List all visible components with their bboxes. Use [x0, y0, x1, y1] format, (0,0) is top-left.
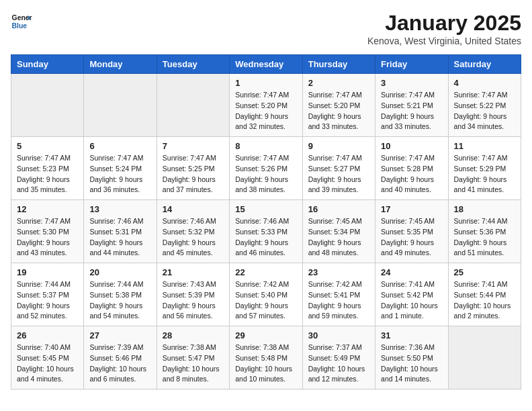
sunrise-text: Sunrise: 7:47 AM — [163, 154, 216, 162]
day-info: Sunrise: 7:46 AMSunset: 5:33 PMDaylight:… — [235, 216, 296, 259]
sunrise-text: Sunrise: 7:41 AM — [454, 280, 508, 288]
sunrise-text: Sunrise: 7:40 AM — [17, 343, 71, 351]
day-info: Sunrise: 7:46 AMSunset: 5:32 PMDaylight:… — [163, 216, 224, 259]
weekday-header-row: SundayMondayTuesdayWednesdayThursdayFrid… — [11, 55, 521, 74]
sunrise-text: Sunrise: 7:38 AM — [235, 343, 289, 351]
title-area: January 2025 Kenova, West Virginia, Unit… — [367, 11, 521, 46]
sunset-text: Sunset: 5:23 PM — [17, 165, 69, 173]
sunrise-text: Sunrise: 7:41 AM — [381, 280, 435, 288]
week-row: 1Sunrise: 7:47 AMSunset: 5:20 PMDaylight… — [11, 74, 521, 137]
day-number: 8 — [235, 141, 296, 151]
daylight-text: Daylight: 10 hours and 4 minutes. — [17, 365, 74, 383]
sunset-text: Sunset: 5:28 PM — [381, 165, 433, 173]
sunrise-text: Sunrise: 7:43 AM — [163, 280, 216, 288]
day-number: 31 — [381, 330, 442, 340]
weekday-header-saturday: Saturday — [448, 55, 521, 74]
sunset-text: Sunset: 5:45 PM — [17, 354, 69, 362]
day-number: 1 — [235, 78, 296, 88]
sunset-text: Sunset: 5:20 PM — [235, 101, 287, 109]
sunset-text: Sunset: 5:44 PM — [454, 291, 506, 299]
sunrise-text: Sunrise: 7:42 AM — [308, 280, 362, 288]
day-number: 3 — [381, 78, 442, 88]
day-info: Sunrise: 7:38 AMSunset: 5:47 PMDaylight:… — [163, 342, 224, 385]
calendar-cell: 24Sunrise: 7:41 AMSunset: 5:42 PMDayligh… — [375, 263, 448, 326]
day-info: Sunrise: 7:36 AMSunset: 5:50 PMDaylight:… — [381, 342, 442, 385]
sunrise-text: Sunrise: 7:47 AM — [235, 154, 289, 162]
day-number: 15 — [235, 204, 296, 214]
sunset-text: Sunset: 5:37 PM — [17, 291, 69, 299]
daylight-text: Daylight: 10 hours and 1 minute. — [381, 302, 438, 320]
daylight-text: Daylight: 10 hours and 8 minutes. — [163, 365, 220, 383]
sunset-text: Sunset: 5:41 PM — [308, 291, 361, 299]
day-number: 24 — [381, 267, 442, 277]
day-number: 29 — [235, 330, 296, 340]
daylight-text: Daylight: 9 hours and 59 minutes. — [308, 302, 361, 320]
sunset-text: Sunset: 5:34 PM — [308, 228, 361, 236]
weekday-header-friday: Friday — [375, 55, 448, 74]
sunrise-text: Sunrise: 7:36 AM — [381, 343, 435, 351]
day-info: Sunrise: 7:43 AMSunset: 5:39 PMDaylight:… — [163, 279, 224, 322]
day-info: Sunrise: 7:42 AMSunset: 5:41 PMDaylight:… — [308, 279, 369, 322]
day-info: Sunrise: 7:47 AMSunset: 5:29 PMDaylight:… — [454, 153, 515, 195]
day-number: 17 — [381, 204, 442, 214]
day-number: 5 — [17, 141, 78, 151]
daylight-text: Daylight: 9 hours and 52 minutes. — [17, 302, 70, 320]
sunset-text: Sunset: 5:31 PM — [89, 228, 142, 236]
sunrise-text: Sunrise: 7:47 AM — [17, 154, 71, 162]
calendar-cell: 20Sunrise: 7:44 AMSunset: 5:38 PMDayligh… — [84, 263, 157, 326]
sunset-text: Sunset: 5:49 PM — [308, 354, 361, 362]
day-info: Sunrise: 7:47 AMSunset: 5:20 PMDaylight:… — [308, 90, 369, 132]
daylight-text: Daylight: 9 hours and 35 minutes. — [17, 175, 70, 194]
calendar-cell: 19Sunrise: 7:44 AMSunset: 5:37 PMDayligh… — [11, 263, 84, 326]
sunrise-text: Sunrise: 7:47 AM — [454, 91, 508, 99]
day-info: Sunrise: 7:39 AMSunset: 5:46 PMDaylight:… — [89, 342, 150, 385]
day-number: 13 — [89, 204, 150, 214]
sunset-text: Sunset: 5:50 PM — [381, 354, 433, 362]
sunset-text: Sunset: 5:32 PM — [163, 228, 215, 236]
daylight-text: Daylight: 9 hours and 37 minutes. — [163, 175, 216, 194]
day-info: Sunrise: 7:47 AMSunset: 5:22 PMDaylight:… — [454, 90, 515, 132]
day-number: 27 — [89, 330, 150, 340]
daylight-text: Daylight: 9 hours and 40 minutes. — [381, 175, 434, 194]
sunrise-text: Sunrise: 7:46 AM — [163, 217, 216, 225]
calendar-cell: 5Sunrise: 7:47 AMSunset: 5:23 PMDaylight… — [11, 137, 84, 200]
daylight-text: Daylight: 9 hours and 43 minutes. — [17, 238, 70, 257]
sunrise-text: Sunrise: 7:37 AM — [308, 343, 362, 351]
day-number: 12 — [17, 204, 78, 214]
sunrise-text: Sunrise: 7:45 AM — [308, 217, 362, 225]
daylight-text: Daylight: 9 hours and 41 minutes. — [454, 175, 507, 194]
sunset-text: Sunset: 5:22 PM — [454, 101, 506, 109]
sunrise-text: Sunrise: 7:42 AM — [235, 280, 289, 288]
sunset-text: Sunset: 5:38 PM — [89, 291, 142, 299]
day-info: Sunrise: 7:40 AMSunset: 5:45 PMDaylight:… — [17, 342, 78, 385]
sunset-text: Sunset: 5:30 PM — [17, 228, 69, 236]
calendar-cell: 4Sunrise: 7:47 AMSunset: 5:22 PMDaylight… — [448, 74, 521, 137]
week-row: 12Sunrise: 7:47 AMSunset: 5:30 PMDayligh… — [11, 200, 521, 263]
day-number: 18 — [454, 204, 515, 214]
calendar-cell: 31Sunrise: 7:36 AMSunset: 5:50 PMDayligh… — [375, 326, 448, 390]
month-title: January 2025 — [367, 11, 521, 36]
weekday-header-sunday: Sunday — [11, 55, 84, 74]
sunset-text: Sunset: 5:25 PM — [163, 165, 215, 173]
calendar-cell: 15Sunrise: 7:46 AMSunset: 5:33 PMDayligh… — [230, 200, 302, 263]
day-info: Sunrise: 7:46 AMSunset: 5:31 PMDaylight:… — [89, 216, 150, 259]
daylight-text: Daylight: 9 hours and 45 minutes. — [163, 238, 216, 257]
sunset-text: Sunset: 5:26 PM — [235, 165, 287, 173]
day-number: 22 — [235, 267, 296, 277]
calendar-cell: 7Sunrise: 7:47 AMSunset: 5:25 PMDaylight… — [157, 137, 229, 200]
calendar-cell: 8Sunrise: 7:47 AMSunset: 5:26 PMDaylight… — [230, 137, 302, 200]
sunrise-text: Sunrise: 7:45 AM — [381, 217, 435, 225]
day-number: 6 — [89, 141, 150, 151]
calendar-cell: 18Sunrise: 7:44 AMSunset: 5:36 PMDayligh… — [448, 200, 521, 263]
sunrise-text: Sunrise: 7:47 AM — [381, 91, 435, 99]
sunset-text: Sunset: 5:21 PM — [381, 101, 433, 109]
calendar-cell: 2Sunrise: 7:47 AMSunset: 5:20 PMDaylight… — [302, 74, 375, 137]
weekday-header-thursday: Thursday — [302, 55, 375, 74]
weekday-header-tuesday: Tuesday — [157, 55, 229, 74]
day-info: Sunrise: 7:47 AMSunset: 5:27 PMDaylight:… — [308, 153, 369, 195]
day-info: Sunrise: 7:47 AMSunset: 5:26 PMDaylight:… — [235, 153, 296, 195]
calendar-cell: 23Sunrise: 7:42 AMSunset: 5:41 PMDayligh… — [302, 263, 375, 326]
daylight-text: Daylight: 9 hours and 46 minutes. — [235, 238, 288, 257]
svg-text:Blue: Blue — [12, 22, 28, 30]
sunset-text: Sunset: 5:35 PM — [381, 228, 433, 236]
